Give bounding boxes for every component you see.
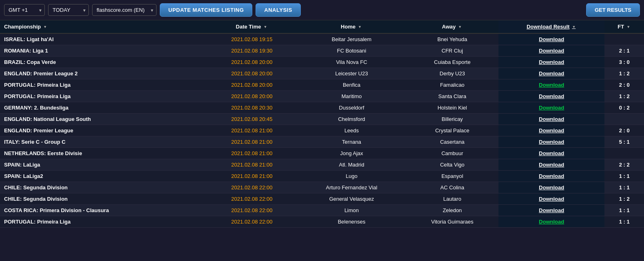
cell-ft: 1 : 1 [604, 171, 644, 182]
cell-championship: CHILE: Segunda Division [0, 182, 207, 193]
download-button[interactable]: Download [539, 139, 564, 145]
col-header-championship: Championship ▼ [0, 20, 207, 33]
download-button[interactable]: Download [539, 70, 564, 77]
cell-championship: ENGLAND: Premier League [0, 125, 207, 136]
download-button[interactable]: Download [539, 184, 564, 191]
cell-championship: CHILE: Segunda Division [0, 193, 207, 205]
cell-download: Download [498, 91, 604, 102]
matches-tbody: ISRAEL: Ligat ha'Al2021.02.08 19:15Beita… [0, 33, 644, 228]
cell-championship: ROMANIA: Liga 1 [0, 45, 207, 57]
cell-championship: ISRAEL: Ligat ha'Al [0, 33, 207, 45]
cell-datetime: 2021.02.08 22:00 [207, 205, 297, 216]
cell-championship: SPAIN: LaLiga [0, 159, 207, 171]
table-row: ENGLAND: Premier League 22021.02.08 20:0… [0, 68, 644, 79]
table-row: NETHERLANDS: Eerste Divisie2021.02.08 21… [0, 148, 644, 159]
update-matches-button[interactable]: UPDATE MATCHES LISTING [160, 3, 252, 17]
cell-download: Download [498, 102, 604, 114]
cell-home: Vila Nova FC [297, 57, 406, 68]
download-button[interactable]: Download [539, 173, 564, 179]
download-button[interactable]: Download [539, 207, 564, 213]
download-button[interactable]: Download [539, 219, 564, 225]
download-sort-arrow[interactable]: ▼ [571, 24, 576, 30]
cell-championship: NETHERLANDS: Eerste Divisie [0, 148, 207, 159]
cell-datetime: 2021.02.08 20:00 [207, 91, 297, 102]
cell-championship: BRAZIL: Copa Verde [0, 57, 207, 68]
download-button[interactable]: Download [539, 82, 564, 88]
analysis-button[interactable]: ANALYSIS [256, 3, 301, 17]
table-row: CHILE: Segunda Division2021.02.08 22:00A… [0, 182, 644, 193]
cell-championship: ITALY: Serie C - Group C [0, 136, 207, 148]
cell-datetime: 2021.02.08 20:45 [207, 114, 297, 125]
matches-table: Championship ▼ Date Time ▼ Home ▼ [0, 20, 644, 228]
timezone-select-wrapper[interactable]: GMT +1 [4, 4, 45, 16]
cell-away: Famalicao [406, 79, 498, 91]
cell-ft: 2 : 2 [604, 159, 644, 171]
download-button[interactable]: Download [539, 36, 564, 42]
cell-home: FC Botosani [297, 45, 406, 57]
cell-download: Download [498, 68, 604, 79]
cell-download: Download [498, 57, 604, 68]
championship-sort-arrow[interactable]: ▼ [42, 24, 48, 30]
table-row: CHILE: Segunda Division2021.02.08 22:00G… [0, 193, 644, 205]
cell-ft: 2 : 1 [604, 45, 644, 57]
cell-datetime: 2021.02.08 22:00 [207, 182, 297, 193]
cell-home: Leeds [297, 125, 406, 136]
timezone-select[interactable]: GMT +1 [4, 4, 45, 16]
cell-ft: 2 : 0 [604, 125, 644, 136]
cell-download: Download [498, 148, 604, 159]
cell-championship: PORTUGAL: Primeira Liga [0, 216, 207, 228]
cell-championship: COSTA RICA: Primera Division - Clausura [0, 205, 207, 216]
ft-sort-arrow[interactable]: ▼ [626, 24, 631, 30]
download-button[interactable]: Download [539, 127, 564, 134]
cell-home: Lugo [297, 171, 406, 182]
cell-datetime: 2021.02.08 20:00 [207, 57, 297, 68]
cell-ft: 0 : 2 [604, 102, 644, 114]
download-button[interactable]: Download [539, 162, 564, 168]
table-row: ENGLAND: Premier League2021.02.08 21:00L… [0, 125, 644, 136]
col-header-datetime: Date Time ▼ [207, 20, 297, 33]
table-row: SPAIN: LaLiga22021.02.08 21:00LugoEspany… [0, 171, 644, 182]
cell-ft: 1 : 2 [604, 68, 644, 79]
cell-download: Download [498, 205, 604, 216]
cell-away: Holstein Kiel [406, 102, 498, 114]
datetime-sort-arrow[interactable]: ▼ [262, 24, 268, 30]
table-row: ISRAEL: Ligat ha'Al2021.02.08 19:15Beita… [0, 33, 644, 45]
col-header-away: Away ▼ [406, 20, 498, 33]
cell-away: Celta Vigo [406, 159, 498, 171]
cell-away: Derby U23 [406, 68, 498, 79]
download-button[interactable]: Download [539, 48, 564, 54]
cell-away: Zeledon [406, 205, 498, 216]
cell-home: Benfica [297, 79, 406, 91]
cell-away: Cambuur [406, 148, 498, 159]
download-button[interactable]: Download [539, 93, 564, 99]
get-results-button[interactable]: GET RESULTS [586, 3, 640, 17]
cell-datetime: 2021.02.08 19:30 [207, 45, 297, 57]
download-button[interactable]: Download [539, 105, 564, 111]
download-button[interactable]: Download [539, 59, 564, 65]
source-select-wrapper[interactable]: flashscore.com (EN) [92, 4, 157, 16]
date-select[interactable]: TODAY [48, 4, 89, 16]
col-header-ft: FT ▼ [604, 20, 644, 33]
source-select[interactable]: flashscore.com (EN) [92, 4, 157, 16]
download-button[interactable]: Download [539, 196, 564, 202]
cell-away: Cuiaba Esporte [406, 57, 498, 68]
col-header-download: Download Result ▼ [498, 20, 604, 33]
cell-ft: 1 : 2 [604, 91, 644, 102]
cell-download: Download [498, 193, 604, 205]
cell-home: Belenenses [297, 216, 406, 228]
date-select-wrapper[interactable]: TODAY [48, 4, 89, 16]
download-button[interactable]: Download [539, 116, 564, 122]
cell-home: Leicester U23 [297, 68, 406, 79]
home-sort-arrow[interactable]: ▼ [357, 24, 362, 30]
away-sort-arrow[interactable]: ▼ [457, 24, 463, 30]
cell-away: CFR Cluj [406, 45, 498, 57]
cell-home: Jong Ajax [297, 148, 406, 159]
cell-home: Chelmsford [297, 114, 406, 125]
cell-home: Beitar Jerusalem [297, 33, 406, 45]
cell-download: Download [498, 182, 604, 193]
download-button[interactable]: Download [539, 150, 564, 156]
table-header-row: Championship ▼ Date Time ▼ Home ▼ [0, 20, 644, 33]
cell-championship: SPAIN: LaLiga2 [0, 171, 207, 182]
table-row: PORTUGAL: Primeira Liga2021.02.08 22:00B… [0, 216, 644, 228]
cell-ft [604, 114, 644, 125]
